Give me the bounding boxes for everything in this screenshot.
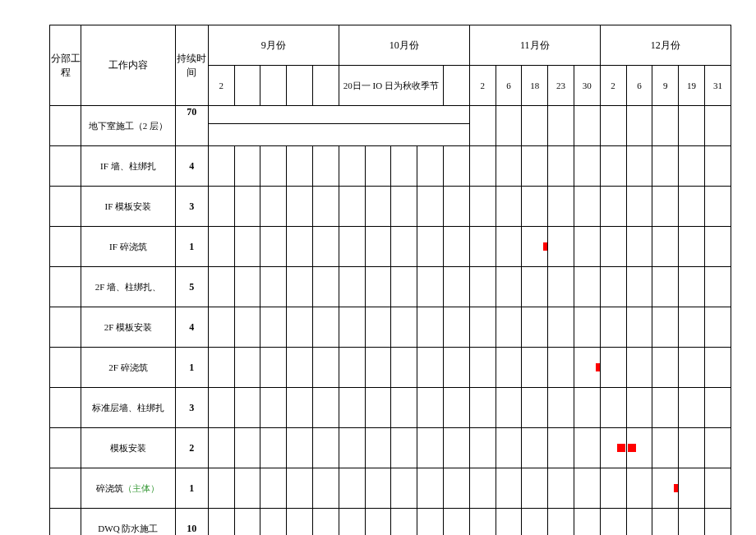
task-duration: 1 xyxy=(175,227,208,267)
task-label: 模板安装 xyxy=(81,428,175,468)
sep-d1: 2 xyxy=(208,66,234,106)
hdr-month-dec: 12月份 xyxy=(600,25,731,66)
task-duration: 5 xyxy=(175,267,208,307)
gantt-marker xyxy=(674,484,679,492)
task-label: 2F 模板安装 xyxy=(81,307,175,348)
oct-note: 20日一 IO 日为秋收季节 xyxy=(339,66,443,106)
task-row: 标准层墙、柱绑扎 3 xyxy=(50,388,731,428)
task-row: 2F 碎浇筑 1 xyxy=(50,348,731,388)
task-duration: 3 xyxy=(175,187,208,227)
hdr-month-oct: 10月份 xyxy=(339,25,469,66)
task-row: DWQ 防水施工 10 xyxy=(50,509,731,536)
nov-d2: 6 xyxy=(496,66,522,106)
task-duration: 1 xyxy=(175,348,208,388)
hdr-duration: 持续时间 xyxy=(175,25,208,106)
task-label: IF 模板安装 xyxy=(81,187,175,227)
gantt-marker xyxy=(543,242,548,251)
hdr-month-nov: 11月份 xyxy=(469,25,600,66)
task-label: IF 墙、柱绑扎 xyxy=(81,146,175,187)
task-row: 2F 墙、柱绑扎、 5 xyxy=(50,267,731,307)
task-row: IF 碎浇筑 1 xyxy=(50,227,731,267)
dec-d1: 2 xyxy=(600,66,626,106)
task-label: 地下室施工（2 层） xyxy=(81,106,175,146)
task-duration: 10 xyxy=(175,509,208,536)
hdr-sub-project: 分部工程 xyxy=(50,25,81,106)
nov-d3: 18 xyxy=(522,66,548,106)
task-duration: 2 xyxy=(175,428,208,468)
task-label: 标准层墙、柱绑扎 xyxy=(81,388,175,428)
nov-d1: 2 xyxy=(469,66,496,106)
gantt-marker xyxy=(628,444,636,452)
nov-d4: 23 xyxy=(548,66,574,106)
dec-d4: 19 xyxy=(679,66,705,106)
nov-d5: 30 xyxy=(574,66,600,106)
task-row: 2F 模板安装 4 xyxy=(50,307,731,348)
hdr-month-sep: 9月份 xyxy=(208,25,339,66)
dec-d3: 9 xyxy=(652,66,679,106)
task-label: 2F 墙、柱绑扎、 xyxy=(81,267,175,307)
header-row-1: 分部工程 工作内容 持续时间 9月份 10月份 11月份 12月份 xyxy=(50,25,731,66)
task-duration: 4 xyxy=(175,146,208,187)
task-row: 地下室施工（2 层） 70 xyxy=(50,106,731,146)
task-duration: 1 xyxy=(175,468,208,509)
task-label: DWQ 防水施工 xyxy=(81,509,175,536)
task-row: IF 墙、柱绑扎 4 xyxy=(50,146,731,187)
task-duration: 4 xyxy=(175,307,208,348)
dec-d5: 31 xyxy=(704,66,731,106)
task-label: IF 碎浇筑 xyxy=(81,227,175,267)
task-row: 模板安装 2 xyxy=(50,428,731,468)
task-label: 2F 碎浇筑 xyxy=(81,348,175,388)
dec-d2: 6 xyxy=(626,66,652,106)
task-row: IF 模板安装 3 xyxy=(50,187,731,227)
task-duration: 70 xyxy=(175,106,208,146)
gantt-marker xyxy=(617,444,625,452)
gantt-chart: 分部工程 工作内容 持续时间 9月份 10月份 11月份 12月份 2 20日一… xyxy=(49,25,731,535)
task-row: 碎浇筑（主体） 1 xyxy=(50,468,731,509)
task-label: 碎浇筑（主体） xyxy=(81,468,175,509)
hdr-work-content: 工作内容 xyxy=(81,25,175,106)
gantt-marker xyxy=(596,363,601,371)
task-duration: 3 xyxy=(175,388,208,428)
